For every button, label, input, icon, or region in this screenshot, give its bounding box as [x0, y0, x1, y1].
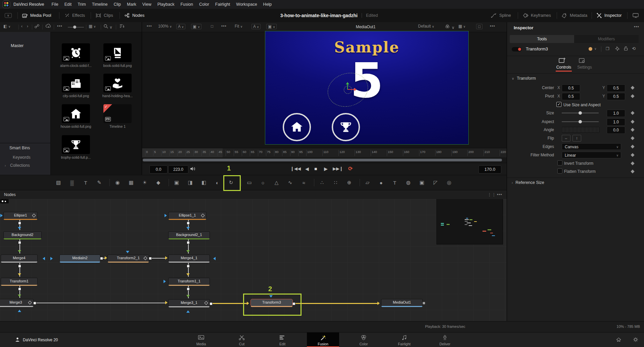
node-enable-toggle[interactable] [512, 47, 522, 51]
node-output-port[interactable] [187, 265, 190, 268]
viewer-roi-button[interactable]: ▣ ∨ [191, 24, 201, 29]
tool-color-curves-icon[interactable]: ▦ [127, 178, 136, 187]
node-output-port[interactable] [18, 222, 21, 225]
app-logo-icon[interactable] [3, 1, 10, 8]
viewer-zoom-select[interactable]: 100% ∨ [158, 24, 172, 29]
flatten-transform-checkbox[interactable] [557, 168, 562, 174]
angle-thumbwheel[interactable] [562, 127, 599, 133]
node-input-arrow[interactable] [18, 295, 21, 299]
keyframe-icon[interactable] [631, 145, 634, 148]
tool-renderer-3d-icon[interactable]: ◎ [445, 178, 454, 187]
pivot-x-input[interactable] [562, 93, 580, 100]
media-clip-alarm-clock[interactable] [62, 43, 90, 62]
keyframe-icon[interactable] [631, 161, 634, 165]
tool-background-icon[interactable]: ▧ [54, 178, 63, 187]
invert-transform-checkbox[interactable] [557, 160, 562, 165]
node-Transform2_1[interactable]: Transform2_1 [107, 255, 149, 262]
viewer-canvas[interactable]: Sample 5 [265, 31, 469, 145]
filter-method-dropdown[interactable]: Linear∨ [562, 152, 621, 158]
tool-text-3d-icon[interactable]: T [390, 178, 400, 187]
node-output-port[interactable] [100, 257, 103, 260]
section-reference-size[interactable]: ›Reference Size [512, 180, 544, 185]
use-size-checkbox[interactable]: ✓ [556, 102, 561, 107]
audio-mute-icon[interactable] [190, 166, 196, 171]
media-clip-city[interactable] [62, 74, 90, 92]
media-pool-toggle[interactable]: Media Pool [22, 9, 51, 22]
cloud-sync-icon[interactable] [46, 24, 51, 28]
node-output-port[interactable] [187, 287, 190, 291]
tool-matte-control-icon[interactable]: ◧ [199, 178, 209, 187]
clips-toggle[interactable]: Clips [95, 9, 113, 22]
tool-magic-mask-icon[interactable]: ≈ [299, 178, 309, 187]
smart-bin-collections[interactable]: Collections [10, 163, 30, 168]
pivot-y-input[interactable] [607, 93, 625, 100]
forward-icon[interactable]: › [27, 24, 28, 29]
tool-color-corrector-icon[interactable]: ◉ [113, 178, 122, 187]
media-clip-hand-heart[interactable] [103, 74, 132, 92]
clean-feed-button[interactable] [633, 9, 639, 22]
node-output-port[interactable] [187, 222, 190, 225]
node-output-port[interactable] [33, 302, 36, 305]
aspect-slider[interactable] [562, 121, 599, 122]
tool-color-keyer-icon[interactable]: ◐ [213, 178, 222, 187]
stop-button[interactable]: ■ [314, 166, 317, 171]
tool-rectangle-mask-icon[interactable]: ▭ [245, 178, 254, 187]
scrollbar-thumb[interactable] [143, 159, 502, 161]
node-input-arrow[interactable] [212, 257, 216, 260]
node-Background2_1[interactable]: Background2_1 [168, 231, 210, 239]
center-y-input[interactable] [607, 84, 625, 92]
menu-playback[interactable]: Playback [157, 2, 175, 7]
menu-fairlight[interactable]: Fairlight [215, 2, 230, 7]
keyframe-icon[interactable] [631, 86, 634, 89]
keyframes-toggle[interactable]: Keyframes [522, 9, 551, 22]
node-input-arrow[interactable] [164, 280, 168, 283]
flip-vertical-button[interactable]: ↕ [572, 135, 581, 142]
color-wheel-icon[interactable] [445, 24, 450, 29]
step-back-button[interactable]: ◀ [305, 166, 309, 171]
size-input[interactable] [607, 110, 625, 117]
settings-gear-icon[interactable] [633, 337, 639, 343]
menu-edit[interactable]: Edit [64, 2, 72, 7]
node-output-port[interactable] [18, 287, 21, 291]
node-input-arrow[interactable] [18, 308, 21, 312]
viewer-more3-icon[interactable]: ••• [490, 24, 495, 29]
node-output-port[interactable] [149, 257, 152, 260]
tool-image-plane-3d-icon[interactable]: ▱ [363, 178, 372, 187]
node-output-port[interactable] [422, 302, 425, 305]
keyframe-icon[interactable] [631, 153, 634, 157]
smart-bins-header[interactable]: Smart Bins [9, 146, 30, 150]
tool-camera-3d-icon[interactable]: ▣ [417, 178, 427, 187]
node-Merge3_1[interactable]: Merge3_1 [168, 299, 210, 307]
viewer-roi2-button[interactable]: ▣ ∨ [266, 24, 277, 29]
node-input-arrow[interactable] [186, 250, 190, 254]
node-MediaOut1[interactable]: MediaOut1 [381, 299, 423, 306]
media-clip-book[interactable] [103, 43, 132, 62]
tool-particle-render-icon[interactable]: ∷ [331, 178, 340, 187]
node-input-arrow[interactable] [18, 227, 21, 231]
tool-particle-emitter-icon[interactable]: ∴ [317, 178, 327, 187]
node-output-port[interactable] [18, 241, 21, 244]
menu-color[interactable]: Color [199, 2, 209, 7]
goto-end-button[interactable]: ▶▶❙ [333, 166, 343, 171]
play-button[interactable]: ▶ [324, 166, 328, 171]
keyframe-icon[interactable] [631, 120, 634, 123]
node-Background2[interactable]: Background2 [3, 231, 42, 239]
node-input-arrow[interactable] [186, 309, 190, 313]
goto-start-button[interactable]: ❙◀◀ [290, 166, 301, 171]
page-tab-media[interactable]: Media [185, 333, 217, 347]
node-input-arrow[interactable] [18, 250, 21, 254]
versions-icon[interactable]: ❐ [606, 46, 609, 51]
range-out-field[interactable] [168, 165, 188, 174]
tool-channel-booleans-icon[interactable]: ◨ [186, 178, 195, 187]
menu-workspace[interactable]: Workspace [236, 2, 257, 7]
inspector-toggle[interactable]: Inspector [596, 9, 622, 22]
node-Transform1_1[interactable]: Transform1_1 [168, 278, 210, 285]
tool-fast-noise-icon[interactable]: ▒ [67, 178, 77, 187]
media-clip-house[interactable] [62, 104, 90, 123]
subtab-settings[interactable]: Settings [574, 65, 595, 70]
nodes-layout-icon[interactable]: ⋮⋮ [488, 192, 496, 197]
single-viewer-icon[interactable]: □ [476, 24, 482, 29]
grid-view-icon[interactable]: ▦ ∨ [89, 24, 96, 29]
user-icon[interactable] [15, 337, 20, 342]
page-tab-cut[interactable]: Cut [226, 333, 258, 347]
